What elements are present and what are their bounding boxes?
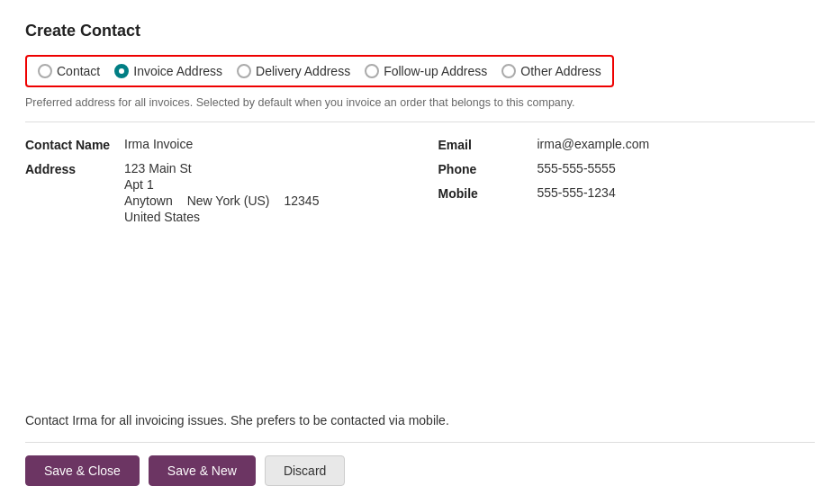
contact-name-label: Contact Name <box>25 137 124 152</box>
radio-delivery-input[interactable] <box>237 64 251 78</box>
top-divider <box>25 122 815 122</box>
radio-contact-label: Contact <box>57 64 100 78</box>
radio-followup[interactable]: Follow-up Address <box>365 64 487 78</box>
email-label: Email <box>438 137 537 152</box>
address-label: Address <box>25 161 124 176</box>
phone-label: Phone <box>438 161 537 176</box>
hint-text: Preferred address for all invoices. Sele… <box>25 96 815 109</box>
radio-delivery[interactable]: Delivery Address <box>237 64 350 78</box>
email-value: irma@example.com <box>537 137 650 151</box>
form-section: Contact Name Irma Invoice Address 123 Ma… <box>25 137 815 406</box>
phone-row: Phone 555-555-5555 <box>438 161 816 176</box>
dialog-title: Create Contact <box>25 22 815 40</box>
radio-followup-label: Follow-up Address <box>384 64 487 78</box>
address-city: Anytown <box>124 194 173 208</box>
address-inline: Anytown New York (US) 12345 <box>124 194 319 208</box>
radio-followup-input[interactable] <box>365 64 379 78</box>
save-new-button[interactable]: Save & New <box>149 455 256 486</box>
dialog-container: Create Contact Contact Invoice Address D… <box>0 0 840 504</box>
address-row: Address 123 Main St Apt 1 Anytown New Yo… <box>25 161 402 224</box>
discard-button[interactable]: Discard <box>265 455 345 486</box>
form-left: Contact Name Irma Invoice Address 123 Ma… <box>25 137 402 406</box>
footer: Save & Close Save & New Discard <box>25 443 815 504</box>
address-country: United States <box>124 210 319 224</box>
radio-other-label: Other Address <box>520 64 601 78</box>
contact-name-value: Irma Invoice <box>124 137 193 151</box>
notes-text: Contact Irma for all invoicing issues. S… <box>25 413 815 428</box>
address-block: 123 Main St Apt 1 Anytown New York (US) … <box>124 161 319 224</box>
content-body: Contact Invoice Address Delivery Address… <box>25 55 815 504</box>
radio-other[interactable]: Other Address <box>501 64 601 78</box>
radio-contact-input[interactable] <box>38 64 52 78</box>
radio-contact[interactable]: Contact <box>38 64 100 78</box>
radio-invoice-label: Invoice Address <box>133 64 222 78</box>
mobile-row: Mobile 555-555-1234 <box>438 185 816 201</box>
save-close-button[interactable]: Save & Close <box>25 455 140 486</box>
form-right: Email irma@example.com Phone 555-555-555… <box>438 137 816 406</box>
phone-value: 555-555-5555 <box>537 161 616 176</box>
mobile-value: 555-555-1234 <box>537 185 616 200</box>
contact-name-row: Contact Name Irma Invoice <box>25 137 402 152</box>
radio-invoice[interactable]: Invoice Address <box>114 64 222 78</box>
radio-invoice-input[interactable] <box>114 64 129 78</box>
address-state: New York (US) <box>187 194 270 208</box>
email-row: Email irma@example.com <box>438 137 816 152</box>
radio-delivery-label: Delivery Address <box>256 64 350 78</box>
address-line1: 123 Main St <box>124 161 319 176</box>
radio-other-input[interactable] <box>501 64 516 78</box>
radio-group: Contact Invoice Address Delivery Address… <box>25 55 614 87</box>
address-line2: Apt 1 <box>124 177 319 192</box>
mobile-label: Mobile <box>438 185 537 201</box>
address-zip: 12345 <box>285 194 320 208</box>
